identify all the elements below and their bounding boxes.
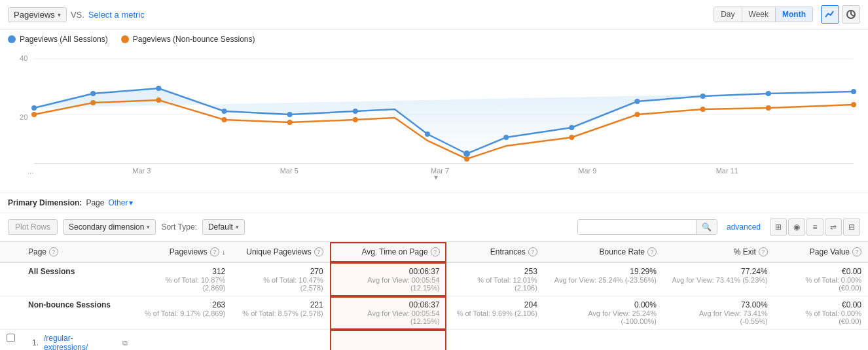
th-pageviews-help-icon[interactable]: ?	[210, 247, 219, 256]
secondary-dim-arrow: ▾	[147, 224, 150, 230]
secondary-dim-label: Secondary dimension	[69, 222, 144, 232]
circle-view-button[interactable]: ◉	[788, 219, 805, 236]
grid-view-button[interactable]: ⊞	[770, 219, 787, 236]
svg-point-18	[766, 91, 771, 96]
day-button[interactable]: Day	[714, 7, 742, 22]
summary-row-non-bounce: Non-bounce Sessions 263 % of Total: 9.17…	[0, 296, 868, 330]
month-button[interactable]: Month	[776, 7, 812, 22]
td-non-bounce-avg-time: 00:06:37 Avg for View: 00:05:54 (12.15%)	[330, 296, 446, 330]
primary-dim-other[interactable]: Other ▾	[108, 198, 133, 207]
row1-open-icon[interactable]: ⧉	[122, 339, 128, 347]
svg-text:Mar 11: Mar 11	[716, 167, 738, 175]
primary-dim-label: Primary Dimension:	[8, 198, 82, 207]
svg-point-25	[353, 117, 358, 122]
pie-chart-icon	[846, 9, 856, 20]
pie-chart-button[interactable]	[842, 5, 860, 24]
week-button[interactable]: Week	[742, 7, 776, 22]
td-all-sessions-pageviews: 312 % of Total: 10.87% (2,869)	[134, 262, 232, 296]
chart-type-buttons	[821, 5, 860, 24]
svg-point-9	[222, 109, 227, 114]
toolbar: Pageviews ▾ VS. Select a metric Day Week…	[0, 0, 868, 29]
svg-point-8	[156, 86, 161, 91]
legend-non-bounce: Pageviews (Non-bounce Sessions)	[121, 35, 255, 44]
th-pct-exit-label: % Exit	[734, 247, 756, 256]
td-all-sessions-label: All Sessions	[22, 262, 134, 296]
td-all-sessions-checkbox	[0, 262, 22, 296]
th-unique-pv-help-icon[interactable]: ?	[314, 247, 323, 256]
row1-page-link[interactable]: /regular-expressions/	[44, 334, 117, 350]
th-entrances-help-icon[interactable]: ?	[528, 247, 537, 256]
primary-dim-page[interactable]: Page	[86, 198, 104, 207]
search-icon-button[interactable]: 🔍	[696, 220, 717, 234]
search-input[interactable]	[578, 220, 696, 234]
svg-point-6	[31, 105, 37, 111]
th-pageviews-label: Pageviews	[170, 247, 208, 256]
svg-point-21	[90, 100, 96, 105]
svg-point-17	[700, 94, 706, 99]
row1-checkbox[interactable]	[7, 334, 15, 342]
th-page-value[interactable]: Page Value ?	[774, 242, 868, 263]
th-page-help-icon[interactable]: ?	[49, 247, 58, 256]
td-row1-bounce-rate	[544, 330, 663, 351]
line-chart-button[interactable]	[821, 5, 839, 24]
svg-text:Mar 5: Mar 5	[280, 167, 298, 175]
td-row1-checkbox	[0, 330, 22, 351]
td-all-sessions-avg-time: 00:06:37 Avg for View: 00:05:54 (12.15%)	[330, 262, 446, 296]
other-label: Other	[108, 198, 128, 207]
th-pct-exit[interactable]: % Exit ?	[663, 242, 774, 263]
th-entrances[interactable]: Entrances ?	[446, 242, 544, 263]
th-pageviews[interactable]: Pageviews ? ↓	[134, 242, 232, 263]
compare-view-button[interactable]: ⇌	[825, 219, 842, 236]
y-label-20: 20	[20, 113, 27, 121]
th-avg-time[interactable]: Avg. Time on Page ?	[330, 242, 446, 263]
svg-point-10	[287, 112, 293, 117]
svg-point-16	[634, 99, 640, 104]
th-checkbox	[0, 242, 22, 263]
th-page[interactable]: Page ?	[22, 242, 134, 263]
th-bounce-rate[interactable]: Bounce Rate ?	[544, 242, 663, 263]
select-metric-link[interactable]: Select a metric	[88, 10, 145, 20]
td-non-bounce-label: Non-bounce Sessions	[22, 296, 134, 330]
th-entrances-label: Entrances	[490, 247, 526, 256]
th-bounce-rate-help-icon[interactable]: ?	[647, 247, 657, 256]
svg-point-27	[569, 135, 574, 140]
svg-point-15	[569, 125, 574, 130]
th-pct-exit-help-icon[interactable]: ?	[759, 247, 768, 256]
y-label-40: 40	[20, 54, 27, 62]
default-sort-dropdown[interactable]: Default ▾	[202, 219, 245, 235]
td-non-bounce-bounce-rate: 0.00% Avg for View: 25.24% (-100.00%)	[544, 296, 663, 330]
vs-text: VS.	[71, 10, 84, 20]
td-row1-pct-exit	[663, 330, 774, 351]
th-unique-pageviews[interactable]: Unique Pageviews ?	[232, 242, 329, 263]
period-selector: Day Week Month	[714, 7, 813, 22]
pageviews-selector[interactable]: Pageviews ▾	[8, 7, 67, 22]
table-container: Page ? Pageviews ? ↓ Unique Pageviews ?	[0, 241, 868, 350]
metric-label: Pageviews	[14, 10, 55, 20]
svg-point-22	[156, 97, 161, 103]
pivot-view-button[interactable]: ⊟	[843, 219, 860, 236]
td-row1-page-value	[774, 330, 868, 351]
svg-text:...: ...	[27, 167, 33, 175]
list-view-button[interactable]: ≡	[806, 219, 823, 236]
th-avg-time-help-icon[interactable]: ?	[431, 247, 440, 256]
th-page-value-help-icon[interactable]: ?	[852, 247, 861, 256]
view-buttons: ⊞ ◉ ≡ ⇌ ⊟	[770, 219, 860, 236]
search-box: 🔍	[577, 219, 717, 235]
default-arrow: ▾	[236, 224, 239, 230]
plot-rows-button[interactable]: Plot Rows	[8, 219, 58, 235]
svg-point-13	[463, 150, 470, 157]
svg-point-31	[851, 102, 856, 107]
legend-non-bounce-label: Pageviews (Non-bounce Sessions)	[133, 35, 255, 44]
table-controls: Plot Rows Secondary dimension ▾ Sort Typ…	[0, 213, 868, 241]
secondary-dimension-dropdown[interactable]: Secondary dimension ▾	[63, 219, 156, 235]
td-all-sessions-entrances: 253 % of Total: 12.01% (2,106)	[446, 262, 544, 296]
td-row1-avg-time	[330, 330, 446, 351]
th-unique-pv-label: Unique Pageviews	[246, 247, 311, 256]
default-label: Default	[208, 222, 233, 232]
td-non-bounce-unique-pv: 221 % of Total: 8.57% (2,578)	[232, 296, 329, 330]
advanced-link[interactable]: advanced	[727, 222, 761, 232]
line-chart-svg: 40 20	[8, 49, 860, 180]
svg-point-12	[425, 131, 430, 137]
sort-type-label: Sort Type:	[161, 222, 196, 232]
td-non-bounce-pageviews: 263 % of Total: 9.17% (2,869)	[134, 296, 232, 330]
